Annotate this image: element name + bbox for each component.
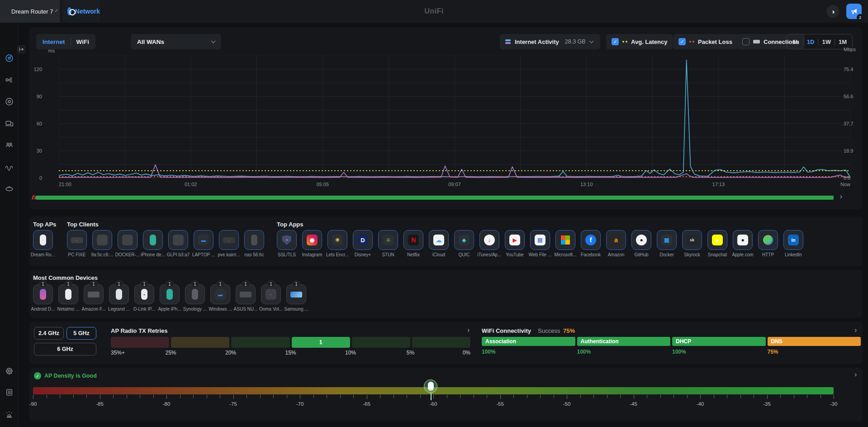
connectivity-stage-value: 100% [482, 349, 575, 355]
top-app-item: inLinkedIn [781, 230, 806, 257]
top-app[interactable]: ● [707, 230, 727, 250]
band-button-5ghz[interactable]: 5 GHz [66, 327, 96, 340]
sidebar-item-hotspot[interactable] [1, 137, 17, 153]
slider-tick [634, 395, 634, 399]
top-app[interactable]: D [353, 230, 373, 250]
ap-density-chevron[interactable]: › [854, 370, 857, 379]
top-client[interactable] [168, 230, 188, 250]
top-app[interactable] [758, 230, 778, 250]
check-circle-icon: ✓ [34, 372, 41, 379]
tile-icon: • [141, 289, 147, 300]
slider-tick [807, 395, 807, 398]
top-client[interactable]: ▪ [67, 230, 87, 250]
range-option-1h[interactable]: 1h [789, 38, 803, 45]
top-app[interactable]: in [783, 230, 803, 250]
tx-retries-segment [412, 337, 470, 348]
sidebar-expand-handle[interactable] [17, 45, 25, 53]
tile-icon [251, 235, 257, 245]
top-app[interactable]: • [277, 230, 297, 250]
slider-tick-label: -50 [563, 401, 571, 407]
top-app[interactable]: ▤ [530, 230, 550, 250]
top-app[interactable] [555, 230, 575, 250]
sidebar-item-settings[interactable] [1, 363, 17, 379]
top-app[interactable]: ● [733, 230, 753, 250]
top-client[interactable] [143, 230, 163, 250]
top-client-label: DOCKER-... [115, 252, 140, 257]
range-option-1m[interactable]: 1M [835, 38, 850, 45]
top-app[interactable]: ◆ [454, 230, 474, 250]
band-button-24ghz[interactable]: 2.4 GHz [34, 327, 64, 340]
radio-card: AP Radio TX Retries › 1 WiFi Connectivit… [29, 321, 863, 364]
top-app[interactable]: ▦ [657, 230, 677, 250]
tile-icon: ● [737, 235, 748, 245]
theme-toggle-icon[interactable]: ◑ [826, 5, 839, 18]
tile-icon [290, 292, 302, 297]
top-app[interactable]: ◉ [302, 230, 322, 250]
tx-retries-chevron[interactable]: › [467, 326, 470, 334]
tile-icon [40, 289, 46, 300]
sidebar-item-radios[interactable] [1, 181, 17, 196]
announcements-button[interactable]: 2 [846, 4, 862, 19]
top-ap[interactable]: ▪ [33, 230, 53, 250]
top-app[interactable]: ≡ [378, 230, 398, 250]
tab-internet[interactable]: Internet [43, 38, 65, 45]
top-client[interactable] [118, 230, 138, 250]
range-option-1d[interactable]: 1D [803, 38, 818, 45]
activity-metric-dropdown[interactable]: Internet Activity 28.3 GB [500, 34, 600, 49]
wan-expand-chevron[interactable]: › [840, 192, 842, 201]
top-app[interactable]: a [606, 230, 626, 250]
slider-tick [394, 395, 394, 398]
toggle-packet-loss[interactable]: ✓Packet Loss [673, 34, 738, 49]
right-axis-tick: 0.0 [844, 175, 850, 181]
tab-network[interactable]: Network [63, 0, 100, 23]
toggle-avg-latency[interactable]: ✓Avg. Latency [606, 34, 673, 49]
common-devices-card: Most Common Devices 1Android D...1Netatm… [29, 270, 863, 318]
top-client[interactable] [92, 230, 112, 250]
top-app-item: HTTP [755, 230, 781, 257]
band-button-6ghz[interactable]: 6 GHz [34, 343, 96, 355]
top-app[interactable]: N [403, 230, 423, 250]
tx-retries-title: AP Radio TX Retries [111, 327, 167, 334]
network-tab-label: Network [75, 8, 100, 15]
sidebar-item-clients[interactable] [1, 115, 17, 131]
ap-marker-handle[interactable] [424, 379, 437, 393]
top-app-item: ▤Web File ... [527, 230, 553, 257]
top-client[interactable]: • [219, 230, 239, 250]
slider-tick [540, 395, 541, 398]
sidebar-item-insights[interactable] [1, 159, 17, 175]
sidebar-item-unifi-devices[interactable] [1, 94, 17, 109]
top-client[interactable] [244, 230, 264, 250]
top-app[interactable]: f [581, 230, 601, 250]
top-app-item: aAmazon [603, 230, 629, 257]
top-app[interactable]: sk [682, 230, 702, 250]
tile-icon: ● [636, 235, 647, 245]
sidebar-item-dashboard[interactable] [1, 50, 17, 66]
success-value: 75% [563, 327, 575, 334]
connectivity-chevron[interactable]: › [854, 326, 857, 334]
top-app[interactable]: ● [631, 230, 651, 250]
sidebar-item-topology[interactable] [1, 72, 17, 87]
left-axis-unit: ms [42, 48, 55, 53]
slider-tick [327, 395, 327, 398]
tab-wifi[interactable]: WiFi [76, 38, 89, 45]
top-client[interactable]: ▬ [194, 230, 213, 250]
top-app[interactable]: ☁ [429, 230, 449, 250]
top-app-label: Docker [654, 252, 679, 257]
activity-chart [45, 56, 837, 178]
tile-icon: ▤ [535, 235, 545, 245]
top-app-label: iCloud [426, 252, 451, 257]
count-badge: 1 [292, 281, 300, 288]
sidebar-item-alerts[interactable] [1, 407, 17, 422]
slider-tick [33, 395, 33, 399]
slider-tick [207, 395, 207, 398]
wan-selector-dropdown[interactable]: All WANs [131, 34, 221, 49]
top-app[interactable]: ☀ [327, 230, 347, 250]
range-option-1w[interactable]: 1W [818, 38, 835, 45]
top-app[interactable]: ▶ [505, 230, 525, 250]
sidebar-item-system-log[interactable] [1, 384, 17, 400]
right-axis-unit: Mbps [844, 47, 856, 52]
console-selector[interactable]: Dream Router 7 [0, 0, 60, 23]
slider-tick [247, 395, 247, 398]
top-app[interactable]: ♪ [479, 230, 499, 250]
top-app-item: fFacebook [578, 230, 603, 257]
